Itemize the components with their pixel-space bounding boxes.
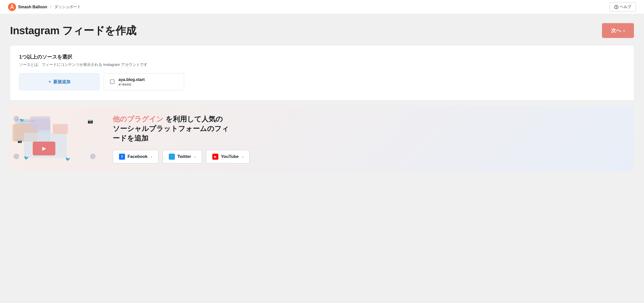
youtube-label: YouTube (221, 154, 238, 159)
svg-point-0 (8, 3, 16, 11)
topbar-left: Smash Balloon / ダッシュボード (8, 3, 81, 11)
twitter-label: Twitter (177, 154, 191, 159)
facebook-plugin-button[interactable]: f Facebook › (113, 150, 158, 163)
sources-row: + 新規追加 aya.blog.start 🏷 BASIC (19, 73, 625, 90)
promo-illustration: ▶ 🐦 🐦 🐦 📷 📷 (10, 111, 101, 167)
promo-heading: 他のプラグイン を利用して人気のソーシャルプラットフォームのフィードを追加 (113, 114, 622, 143)
youtube-arrow-icon: › (242, 155, 243, 159)
breadcrumb-page: ダッシュボード (54, 5, 81, 9)
section-description: ソースとは、フィードにコンテンツが表示される Instagram アカウントです (19, 62, 625, 67)
twitter-plugin-button[interactable]: 🐦 Twitter › (163, 150, 202, 163)
source-name: aya.blog.start (118, 77, 145, 82)
topbar: Smash Balloon / ダッシュボード ? ヘルプ (0, 0, 644, 14)
twitter-icon-2: 🐦 (24, 155, 29, 160)
promo-buttons: f Facebook › 🐦 Twitter › ▶ YouTube › (113, 150, 622, 163)
badge-flag-icon: 🏷 (118, 83, 122, 86)
facebook-arrow-icon: › (151, 155, 152, 159)
svg-point-1 (12, 4, 13, 6)
youtube-plugin-button[interactable]: ▶ YouTube › (206, 150, 250, 163)
main-content: Instagram フィードを作成 次へ › 1つ以上のソースを選択 ソースとは… (0, 14, 644, 171)
promo-text-area: 他のプラグイン を利用して人気のソーシャルプラットフォームのフィードを追加 f … (101, 106, 634, 171)
plus-icon: + (48, 79, 51, 85)
source-item[interactable]: aya.blog.start 🏷 BASIC (104, 73, 184, 90)
promo-highlight-text: 他のプラグイン (113, 115, 164, 123)
illustration-container: ▶ 🐦 🐦 🐦 📷 📷 (10, 111, 101, 167)
page-header: Instagram フィードを作成 次へ › (0, 14, 644, 46)
help-button[interactable]: ? ヘルプ (610, 2, 636, 12)
twitter-icon-3: 🐦 (65, 157, 70, 161)
next-arrow-icon: › (623, 28, 625, 33)
svg-text:?: ? (616, 6, 617, 9)
source-badge: 🏷 BASIC (118, 83, 145, 86)
brand-name: Smash Balloon (18, 5, 47, 9)
facebook-label: Facebook (128, 154, 147, 159)
instagram-icon-2: 📷 (18, 139, 22, 143)
smash-balloon-logo-icon (8, 3, 16, 11)
breadcrumb-separator: / (50, 5, 51, 9)
add-new-source-button[interactable]: + 新規追加 (19, 73, 100, 90)
promo-banner: ▶ 🐦 🐦 🐦 📷 📷 他のプラグイン (10, 106, 634, 171)
facebook-icon: f (119, 154, 125, 160)
youtube-icon: ▶ (212, 154, 218, 160)
twitter-icon: 🐦 (169, 154, 175, 160)
add-new-label: 新規追加 (53, 79, 70, 85)
source-info: aya.blog.start 🏷 BASIC (118, 77, 145, 86)
source-selection-card: 1つ以上のソースを選択 ソースとは、フィードにコンテンツが表示される Insta… (10, 46, 634, 100)
page-title: Instagram フィードを作成 (10, 24, 136, 38)
section-title: 1つ以上のソースを選択 (19, 54, 625, 60)
next-button[interactable]: 次へ › (602, 23, 634, 38)
source-checkbox[interactable] (110, 79, 114, 84)
help-icon: ? (614, 5, 618, 9)
instagram-icon-1: 📷 (88, 118, 93, 124)
twitter-arrow-icon: › (195, 155, 196, 159)
